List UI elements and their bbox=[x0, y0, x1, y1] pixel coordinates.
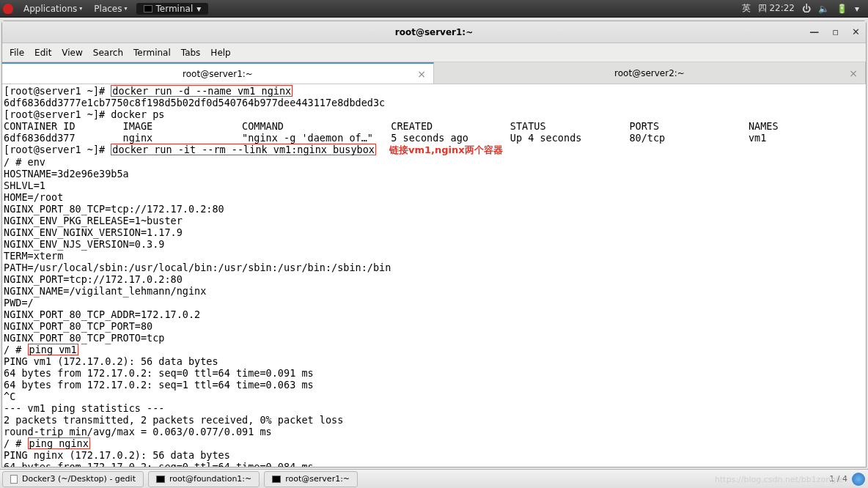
redhat-icon bbox=[3, 4, 13, 14]
active-app-terminal[interactable]: Terminal▾ bbox=[136, 3, 209, 15]
tab-bar: root@server1:~ × root@server2:~ × bbox=[2, 62, 866, 84]
user-menu-arrow[interactable]: ▾ bbox=[855, 4, 859, 14]
battery-icon[interactable]: 🔋 bbox=[836, 4, 847, 14]
gedit-icon bbox=[10, 475, 18, 484]
maximize-button[interactable]: ▫ bbox=[832, 26, 839, 37]
close-button[interactable]: ✕ bbox=[852, 26, 860, 37]
highlighted-command: docker run -it --rm --link vm1:nginx bus… bbox=[111, 144, 376, 155]
highlighted-command: ping vm1 bbox=[28, 344, 78, 355]
menu-terminal[interactable]: Terminal bbox=[133, 48, 171, 58]
applications-menu[interactable]: Applications▾ bbox=[18, 4, 88, 14]
terminal-window: root@server1:~ — ▫ ✕ File Edit View Sear… bbox=[1, 21, 867, 467]
highlighted-command: ping nginx bbox=[28, 437, 90, 449]
watermark-text: https://blog.csdn.net/bb1zongle bbox=[715, 475, 843, 484]
menu-view[interactable]: View bbox=[62, 48, 82, 58]
gnome-top-panel: Applications▾ Places▾ Terminal▾ 英 四 22:2… bbox=[0, 0, 868, 18]
menubar: File Edit View Search Terminal Tabs Help bbox=[2, 43, 866, 62]
terminal-content[interactable]: [root@server1 ~]# docker run -d --name v… bbox=[2, 84, 866, 467]
input-method-indicator[interactable]: 英 bbox=[742, 2, 751, 15]
minimize-button[interactable]: — bbox=[809, 26, 819, 37]
highlighted-command: docker run -d --name vm1 nginx bbox=[111, 85, 293, 97]
terminal-icon bbox=[144, 5, 152, 12]
network-icon[interactable]: ⏻ bbox=[802, 4, 811, 14]
menu-file[interactable]: File bbox=[10, 48, 24, 58]
terminal-icon bbox=[272, 476, 281, 483]
menu-edit[interactable]: Edit bbox=[34, 48, 51, 58]
tab-close-icon[interactable]: × bbox=[849, 67, 858, 79]
menu-search[interactable]: Search bbox=[93, 48, 123, 58]
gnome-bottom-panel: Docker3 (~/Desktop) - gedit root@foundat… bbox=[0, 469, 868, 488]
workspace-switcher-icon[interactable] bbox=[852, 473, 865, 486]
window-title: root@server1:~ bbox=[395, 27, 473, 37]
taskbar-item-gedit[interactable]: Docker3 (~/Desktop) - gedit bbox=[2, 471, 144, 487]
menu-help[interactable]: Help bbox=[210, 48, 230, 58]
taskbar-item-foundation[interactable]: root@foundation1:~ bbox=[148, 471, 260, 487]
places-menu[interactable]: Places▾ bbox=[88, 4, 133, 14]
terminal-icon bbox=[156, 476, 165, 483]
taskbar-item-server1[interactable]: root@server1:~ bbox=[264, 471, 358, 487]
system-tray: 英 四 22:22 ⏻ 🔈 🔋 ▾ bbox=[742, 2, 865, 15]
tab-server2[interactable]: root@server2:~ × bbox=[434, 62, 866, 84]
tab-close-icon[interactable]: × bbox=[417, 68, 426, 80]
tab-server1[interactable]: root@server1:~ × bbox=[2, 62, 434, 84]
menu-tabs[interactable]: Tabs bbox=[181, 48, 201, 58]
window-titlebar[interactable]: root@server1:~ — ▫ ✕ bbox=[2, 21, 866, 43]
volume-icon[interactable]: 🔈 bbox=[818, 4, 829, 14]
annotation-text: 链接vm1,nginx两个容器 bbox=[376, 144, 503, 155]
clock[interactable]: 四 22:22 bbox=[758, 2, 795, 15]
